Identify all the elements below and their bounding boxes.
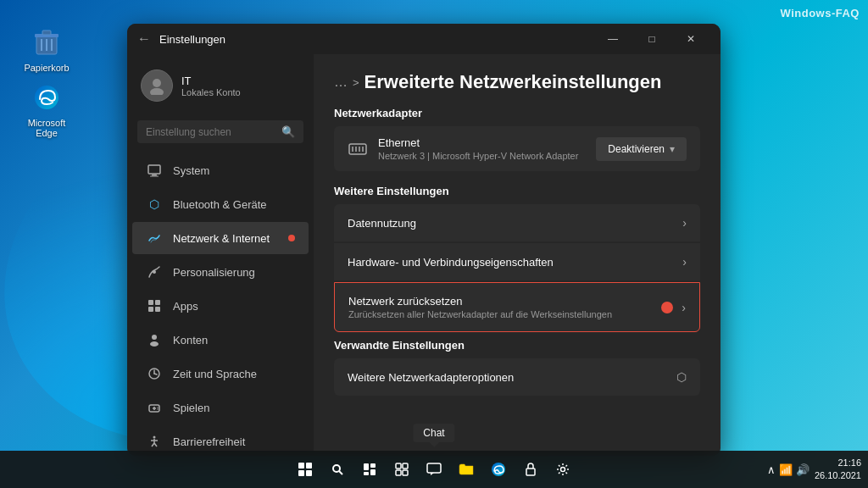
- search-box[interactable]: 🔍: [137, 120, 303, 143]
- sidebar-item-spielen[interactable]: Spielen: [132, 391, 309, 424]
- sidebar-item-label-netzwerk: Netzwerk & Internet: [173, 232, 270, 245]
- maximize-button[interactable]: □: [632, 25, 671, 53]
- content-area: IT Lokales Konto 🔍 System: [127, 54, 721, 456]
- svg-rect-13: [148, 300, 153, 305]
- svg-line-31: [154, 443, 157, 446]
- desktop-icon-edge[interactable]: Microsoft Edge: [17, 80, 76, 138]
- svg-rect-49: [396, 470, 401, 475]
- settings-row-hardware[interactable]: Hardware- und Verbindungseigenschaften ›: [334, 243, 700, 280]
- svg-rect-43: [364, 463, 369, 470]
- chevron-down-icon: ▾: [670, 143, 675, 155]
- svg-rect-2: [42, 30, 51, 35]
- widgets-button[interactable]: [387, 454, 417, 485]
- settings-row-reset[interactable]: Netzwerk zurücksetzen Zurücksetzen aller…: [334, 282, 700, 332]
- netzwerk-alert-dot: [288, 235, 295, 241]
- svg-rect-32: [349, 144, 366, 154]
- search-icon: 🔍: [281, 125, 295, 138]
- system-icon: [146, 162, 163, 179]
- window-title: Einstellungen: [159, 33, 593, 46]
- sidebar-item-label-barrierefreiheit: Barrierefreiheit: [173, 435, 245, 448]
- svg-rect-14: [155, 300, 160, 305]
- sidebar-item-system[interactable]: System: [132, 154, 309, 186]
- related-row-netzwerkoptionen[interactable]: Weitere Netzwerkadapteroptionen ⬡: [334, 358, 700, 396]
- chat-tooltip: Chat: [413, 424, 454, 442]
- settings-row-datennutzung[interactable]: Datennutzung ›: [334, 204, 700, 241]
- verwandte-heading: Verwandte Einstellungen: [334, 339, 700, 352]
- minimize-button[interactable]: —: [593, 25, 632, 53]
- svg-line-21: [154, 374, 157, 374]
- personalisierung-icon: [146, 263, 163, 280]
- svg-rect-44: [370, 463, 376, 468]
- user-type: Lokales Konto: [181, 87, 241, 97]
- sidebar-item-zeit[interactable]: Zeit und Sprache: [132, 358, 309, 390]
- svg-point-54: [561, 468, 565, 472]
- external-link-icon: ⬡: [676, 370, 687, 384]
- sidebar-item-konten[interactable]: Konten: [132, 324, 309, 356]
- edge-taskbar-button[interactable]: [483, 454, 514, 485]
- explorer-button[interactable]: [451, 454, 481, 485]
- settings-window: ← Einstellungen — □ ✕: [127, 24, 721, 456]
- back-button[interactable]: ←: [137, 31, 151, 47]
- netzwerk-icon: [146, 230, 163, 247]
- lock-button[interactable]: [515, 454, 546, 485]
- sidebar-item-netzwerk[interactable]: Netzwerk & Internet: [132, 222, 309, 254]
- svg-point-17: [152, 335, 157, 340]
- settings-taskbar-button[interactable]: [548, 454, 578, 485]
- deactivate-button[interactable]: Deaktivieren ▾: [596, 137, 687, 161]
- taskbar-center: [290, 454, 578, 485]
- svg-point-26: [157, 408, 158, 409]
- sidebar-item-bluetooth[interactable]: ⬡ Bluetooth & Geräte: [132, 188, 309, 220]
- svg-rect-46: [370, 469, 376, 475]
- watermark-text: Windows-FAQ: [781, 7, 860, 19]
- chevron-right-icon: ›: [682, 216, 687, 230]
- sidebar-item-label-personalisierung: Personalisierung: [173, 266, 255, 279]
- chevron-right-icon-2: ›: [682, 255, 687, 269]
- svg-rect-10: [152, 175, 157, 176]
- search-input[interactable]: [146, 126, 275, 138]
- svg-rect-16: [155, 307, 160, 312]
- taskview-button[interactable]: [354, 454, 385, 485]
- start-button[interactable]: [290, 454, 320, 485]
- sidebar-item-personalisierung[interactable]: Personalisierung: [132, 256, 309, 288]
- arrow-up-icon[interactable]: ∧: [767, 463, 776, 476]
- close-button[interactable]: ✕: [671, 25, 710, 53]
- svg-rect-15: [148, 307, 153, 312]
- search-taskbar-button[interactable]: [322, 454, 353, 485]
- apps-icon: [146, 297, 163, 314]
- deactivate-label: Deaktivieren: [608, 143, 665, 155]
- user-name: IT: [181, 75, 241, 87]
- clock-date: 26.10.2021: [815, 469, 861, 482]
- adapter-card: Ethernet Netzwerk 3 | Microsoft Hyper-V …: [334, 126, 700, 171]
- desktop-icon-papierkorb[interactable]: Papierkorb: [17, 25, 76, 73]
- chat-button[interactable]: [419, 454, 449, 485]
- svg-rect-9: [148, 165, 160, 174]
- svg-point-12: [153, 270, 156, 274]
- taskbar-clock[interactable]: 21:16 26.10.2021: [815, 457, 861, 483]
- zeit-icon: [146, 365, 163, 382]
- reset-subtitle: Zurücksetzen aller Netzwerkadapter auf d…: [348, 309, 661, 319]
- konten-icon: [146, 331, 163, 348]
- desktop: Windows-FAQ Papierkorb: [0, 0, 868, 488]
- user-profile[interactable]: IT Lokales Konto: [127, 61, 314, 110]
- reset-red-dot: [661, 302, 673, 313]
- svg-rect-37: [298, 463, 304, 469]
- taskbar-system-icons: ∧ 📶 🔊: [767, 463, 810, 476]
- volume-icon[interactable]: 🔊: [796, 463, 810, 476]
- breadcrumb-dots: …: [334, 75, 348, 90]
- edge-icon: [30, 80, 64, 114]
- barrierefreiheit-icon: [146, 433, 163, 450]
- sidebar: IT Lokales Konto 🔍 System: [127, 54, 314, 456]
- svg-line-42: [339, 471, 342, 474]
- svg-rect-53: [526, 469, 535, 475]
- window-controls: — □ ✕: [593, 25, 710, 53]
- svg-rect-38: [306, 463, 312, 469]
- svg-rect-48: [403, 463, 408, 469]
- adapter-name: Ethernet: [378, 136, 586, 149]
- svg-point-7: [153, 79, 161, 87]
- svg-point-18: [150, 341, 159, 347]
- sidebar-item-label-apps: Apps: [173, 300, 198, 313]
- sidebar-item-apps[interactable]: Apps: [132, 290, 309, 322]
- svg-rect-11: [150, 176, 159, 177]
- taskbar-right: ∧ 📶 🔊 21:16 26.10.2021: [767, 457, 861, 483]
- reset-info: Netzwerk zurücksetzen Zurücksetzen aller…: [348, 295, 661, 319]
